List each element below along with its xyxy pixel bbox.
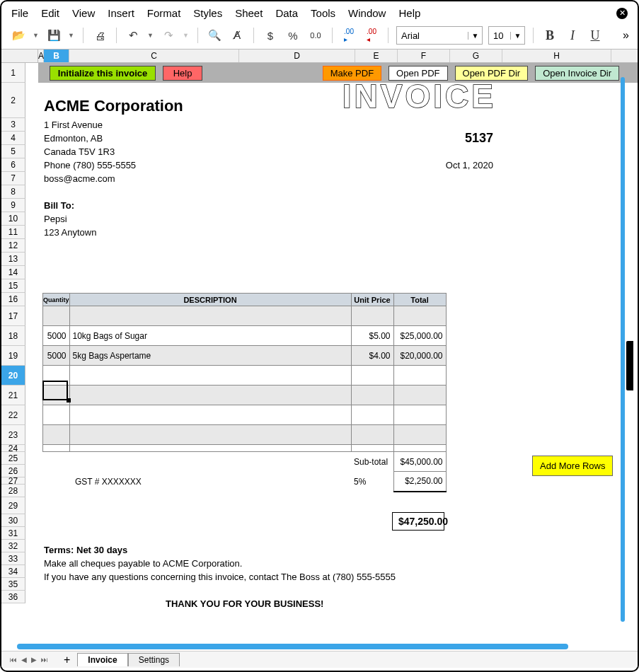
currency-icon[interactable]: $ [262,27,279,44]
tab-invoice[interactable]: Invoice [77,653,127,666]
row-32[interactable]: 32 [1,540,25,552]
row-1[interactable]: 1 [1,63,25,83]
col-B[interactable]: B [44,50,69,62]
tab-settings[interactable]: Settings [128,653,180,666]
row-6[interactable]: 6 [1,158,25,172]
open-invoice-dir-button[interactable]: Open Invoice Dir [535,66,619,81]
row-24[interactable]: 24 [1,445,25,452]
open-dropdown[interactable]: ▼ [33,32,40,39]
row-11[interactable]: 11 [1,226,25,239]
more-icon[interactable]: » [623,29,629,42]
row-35[interactable]: 35 [1,578,25,591]
row-21[interactable]: 21 [1,386,25,405]
horizontal-scrollbar[interactable] [17,644,616,651]
item0-unit[interactable]: $5.00 [351,326,393,346]
row-8[interactable]: 8 [1,185,25,199]
undo-dropdown[interactable]: ▼ [147,32,154,39]
menu-edit[interactable]: Edit [41,7,59,19]
item0-qty[interactable]: 5000 [43,326,70,346]
col-C[interactable]: C [69,50,239,62]
save-icon[interactable]: 💾 [45,27,62,44]
row-5[interactable]: 5 [1,145,25,158]
row-3[interactable]: 3 [1,118,25,132]
row-17[interactable]: 17 [1,306,25,326]
row-2[interactable]: 2 [1,83,25,118]
number-icon[interactable]: 0.0 [307,27,324,44]
row-4[interactable]: 4 [1,132,25,145]
tab-next-icon[interactable]: ▶ [30,656,38,664]
redo-icon[interactable]: ↷ [160,27,177,44]
redo-dropdown[interactable]: ▼ [183,32,190,39]
row-16[interactable]: 16 [1,293,25,306]
close-icon[interactable]: ✕ [616,8,628,19]
row-20[interactable]: 20 [1,366,25,386]
row-12[interactable]: 12 [1,239,25,253]
col-E[interactable]: E [355,50,398,62]
col-D[interactable]: D [239,50,355,62]
menu-file[interactable]: File [11,7,28,19]
row-25[interactable]: 25 [1,452,25,465]
row-19[interactable]: 19 [1,346,25,366]
italic-button[interactable]: I [564,27,581,44]
item0-desc[interactable]: 10kg Bags of Sugar [69,326,351,346]
tab-prev-icon[interactable]: ◀ [20,656,28,664]
row-15[interactable]: 15 [1,279,25,293]
find-icon[interactable]: 🔍 [206,27,223,44]
font-name-input[interactable] [397,27,468,44]
row-18[interactable]: 18 [1,326,25,346]
underline-button[interactable]: U [587,27,604,44]
bold-button[interactable]: B [541,27,558,44]
menu-data[interactable]: Data [275,7,298,19]
menu-window[interactable]: Window [348,7,386,19]
menu-view[interactable]: View [72,7,95,19]
item1-qty[interactable]: 5000 [43,346,70,366]
row-31[interactable]: 31 [1,527,25,540]
add-sheet-icon[interactable]: + [64,654,70,666]
font-name-field[interactable]: ▼ [396,26,483,45]
row-29[interactable]: 29 [1,497,25,514]
row-13[interactable]: 13 [1,253,25,266]
row-10[interactable]: 10 [1,212,25,226]
font-size-field[interactable]: ▼ [488,26,525,45]
remove-decimal-icon[interactable]: .00◂ [363,27,380,44]
col-H[interactable]: H [502,50,611,62]
initialize-button[interactable]: Initialize this invoice [50,66,156,81]
col-F[interactable]: F [398,50,450,62]
save-dropdown[interactable]: ▼ [68,32,75,39]
menu-insert[interactable]: Insert [108,7,134,19]
tab-first-icon[interactable]: ⏮ [8,656,18,664]
clear-format-icon[interactable]: A̸ [229,27,246,44]
item1-unit[interactable]: $4.00 [351,346,393,366]
menu-styles[interactable]: Styles [193,7,222,19]
select-all-corner[interactable] [1,50,38,62]
sidebar-handle[interactable] [626,341,633,390]
row-22[interactable]: 22 [1,405,25,425]
open-icon[interactable]: 📂 [10,27,27,44]
vertical-scrollbar[interactable] [621,77,625,622]
menu-format[interactable]: Format [147,7,181,19]
row-7[interactable]: 7 [1,172,25,185]
cell-fill-handle[interactable] [67,398,71,402]
col-G[interactable]: G [450,50,502,62]
font-dropdown-icon[interactable]: ▼ [468,32,482,40]
menu-tools[interactable]: Tools [311,7,335,19]
row-36[interactable]: 36 [1,591,25,603]
row-27[interactable]: 27 [1,477,25,485]
item1-desc[interactable]: 5kg Bags Aspertame [69,346,351,366]
percent-icon[interactable]: % [284,27,301,44]
row-14[interactable]: 14 [1,266,25,279]
add-rows-button[interactable]: Add More Rows [532,456,613,476]
menu-help[interactable]: Help [398,7,420,19]
row-30[interactable]: 30 [1,514,25,527]
add-decimal-icon[interactable]: .00▸ [340,27,357,44]
row-33[interactable]: 33 [1,552,25,565]
row-28[interactable]: 28 [1,485,25,497]
help-button[interactable]: Help [163,66,202,81]
undo-icon[interactable]: ↶ [125,27,142,44]
print-icon[interactable]: 🖨 [91,27,108,44]
row-23[interactable]: 23 [1,425,25,445]
tab-last-icon[interactable]: ⏭ [40,656,50,664]
font-size-input[interactable] [489,27,510,44]
row-34[interactable]: 34 [1,565,25,578]
col-A[interactable]: A [38,50,44,62]
